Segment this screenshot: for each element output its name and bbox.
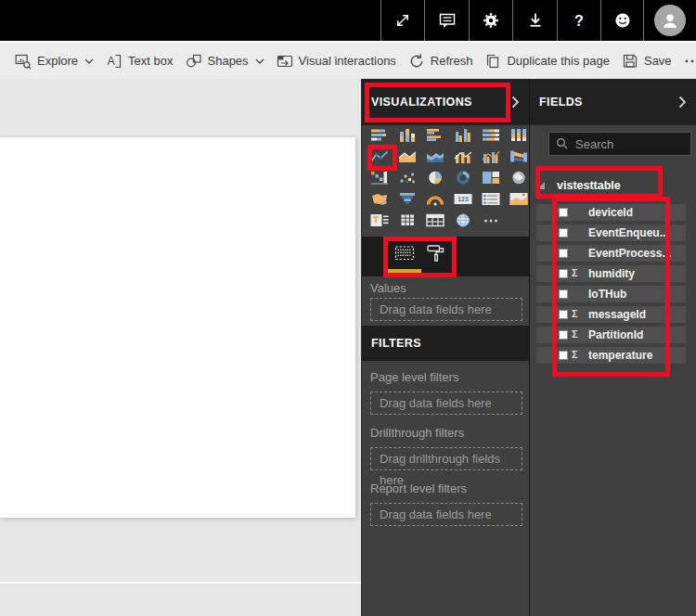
- clustered-column-chart-icon[interactable]: [454, 128, 472, 142]
- app-top-bar: ?: [0, 0, 696, 41]
- stacked-bar-chart-icon[interactable]: [370, 128, 389, 142]
- expand-table-triangle-icon[interactable]: [537, 182, 545, 189]
- more-commands-button[interactable]: [684, 53, 696, 70]
- pie-chart-icon[interactable]: [426, 171, 445, 185]
- stacked-area-chart-icon[interactable]: [426, 149, 445, 163]
- field-name-label: deviceId: [588, 206, 633, 219]
- field-row-IoTHub[interactable]: IoTHub: [536, 286, 686, 302]
- donut-chart-icon[interactable]: [454, 171, 472, 185]
- area-chart-icon[interactable]: [398, 149, 417, 163]
- 100-stacked-bar-chart-icon[interactable]: [482, 128, 500, 142]
- filter-drop-zone[interactable]: Drag drillthrough fields here: [370, 447, 522, 470]
- field-row-deviceId[interactable]: deviceId: [536, 204, 686, 221]
- filled-map-icon[interactable]: [370, 192, 389, 206]
- collapse-fields-chevron-icon[interactable]: [678, 96, 687, 109]
- search-input[interactable]: [575, 137, 677, 151]
- duplicate-page-button[interactable]: Duplicate this page: [484, 53, 610, 70]
- canvas-area: [0, 79, 361, 616]
- arcgis-map-icon[interactable]: [454, 213, 472, 227]
- filter-section-label: Drillthrough filters: [370, 426, 522, 440]
- gauge-icon[interactable]: [426, 192, 445, 206]
- shapes-button[interactable]: Shapes: [186, 53, 264, 70]
- visualizations-title: VISUALIZATIONS: [371, 96, 511, 109]
- explore-button-label: Explore: [37, 54, 78, 68]
- sigma-icon: Σ: [572, 267, 578, 278]
- fields-tab-icon: [393, 243, 416, 267]
- filter-section-label: Report level filters: [370, 481, 522, 495]
- fields-tab[interactable]: [391, 243, 419, 267]
- active-tab-underline: [387, 269, 421, 273]
- field-checkbox[interactable]: [559, 330, 568, 340]
- save-button[interactable]: Save: [622, 53, 672, 70]
- line-clustered-column-chart-icon[interactable]: [482, 149, 500, 163]
- treemap-icon[interactable]: [482, 171, 500, 185]
- field-checkbox[interactable]: [559, 289, 568, 299]
- visual-interactions-button-label: Visual interactions: [299, 54, 396, 68]
- text-box-button[interactable]: AText box: [106, 53, 173, 70]
- filter-drop-zone[interactable]: Drag data fields here: [370, 391, 522, 415]
- matrix-icon[interactable]: [426, 213, 445, 227]
- field-name-label: temperature: [588, 349, 652, 362]
- field-checkbox[interactable]: [559, 249, 568, 258]
- card-icon[interactable]: 123: [454, 192, 472, 206]
- shapes-icon: [186, 53, 202, 70]
- funnel-chart-icon[interactable]: [398, 192, 417, 206]
- explore-button[interactable]: Explore: [15, 53, 94, 70]
- field-row-temperature[interactable]: Σtemperature: [536, 347, 686, 364]
- feedback-smiley-icon-cell[interactable]: [600, 0, 643, 41]
- kpi-icon[interactable]: [509, 192, 528, 206]
- stacked-column-chart-icon[interactable]: [398, 128, 417, 142]
- map-icon[interactable]: [509, 171, 528, 185]
- field-row-EventEnqueu...[interactable]: EventEnqueu...: [536, 225, 686, 241]
- field-row-messageId[interactable]: ΣmessageId: [536, 306, 686, 323]
- comments-icon-cell[interactable]: [424, 0, 469, 41]
- waterfall-chart-icon[interactable]: [370, 171, 389, 185]
- report-canvas-page[interactable]: [0, 137, 355, 518]
- settings-gear-icon-cell[interactable]: [469, 0, 512, 41]
- line-stacked-column-chart-icon[interactable]: [454, 149, 472, 163]
- save-button-label: Save: [644, 54, 672, 68]
- values-label: Values: [370, 281, 406, 295]
- 100-stacked-column-chart-icon[interactable]: [509, 128, 528, 142]
- filters-header: FILTERS: [362, 326, 530, 361]
- topbar-icon-cells: ?: [380, 0, 696, 41]
- visual-interactions-button[interactable]: Visual interactions: [277, 53, 396, 70]
- line-chart-icon[interactable]: [370, 149, 389, 163]
- avatar: [654, 5, 686, 36]
- field-row-humidity[interactable]: Σhumidity: [536, 265, 686, 282]
- chevron-down-icon: [255, 58, 264, 64]
- filters-sections: Page level filtersDrag data fields hereD…: [370, 361, 522, 526]
- fields-pane: FIELDS vistesttable deviceIdEventEnqueu.…: [529, 79, 696, 616]
- clustered-bar-chart-icon[interactable]: [426, 128, 445, 142]
- fields-search-box: [548, 132, 691, 156]
- table-row-vistesttable[interactable]: vistesttable: [530, 174, 696, 197]
- table-icon[interactable]: [398, 213, 417, 227]
- workspace: VISUALIZATIONS 123 Values Drag data fiel…: [0, 79, 696, 616]
- settings-gear-icon: [481, 10, 501, 31]
- multi-row-card-icon[interactable]: [482, 192, 500, 206]
- ribbon-chart-icon[interactable]: [509, 149, 528, 163]
- field-name-label: humidity: [588, 267, 635, 280]
- field-checkbox[interactable]: [559, 228, 568, 237]
- feedback-smiley-icon: [612, 10, 633, 31]
- field-checkbox[interactable]: [559, 351, 568, 360]
- field-row-PartitionId[interactable]: ΣPartitionId: [536, 327, 686, 343]
- values-drop-zone[interactable]: Drag data fields here: [370, 298, 522, 321]
- refresh-button[interactable]: Refresh: [408, 53, 473, 70]
- field-row-EventProcess...[interactable]: EventProcess...: [536, 245, 686, 262]
- field-checkbox[interactable]: [559, 310, 568, 319]
- collapse-visualizations-chevron-icon[interactable]: [511, 96, 520, 109]
- scatter-chart-icon[interactable]: [398, 171, 417, 185]
- slicer-icon[interactable]: [370, 213, 389, 227]
- duplicate-page-icon: [484, 53, 501, 70]
- format-tab[interactable]: [422, 243, 450, 267]
- expand-icon-cell[interactable]: [380, 0, 424, 41]
- filter-drop-zone[interactable]: Drag data fields here: [370, 503, 522, 526]
- help-icon-cell[interactable]: ?: [557, 0, 600, 41]
- field-checkbox[interactable]: [559, 269, 568, 278]
- filter-section-label: Page level filters: [370, 370, 522, 384]
- more-visuals-icon[interactable]: [482, 213, 500, 227]
- user-avatar-cell[interactable]: [643, 0, 696, 41]
- download-icon-cell[interactable]: [512, 0, 557, 41]
- field-checkbox[interactable]: [559, 208, 568, 217]
